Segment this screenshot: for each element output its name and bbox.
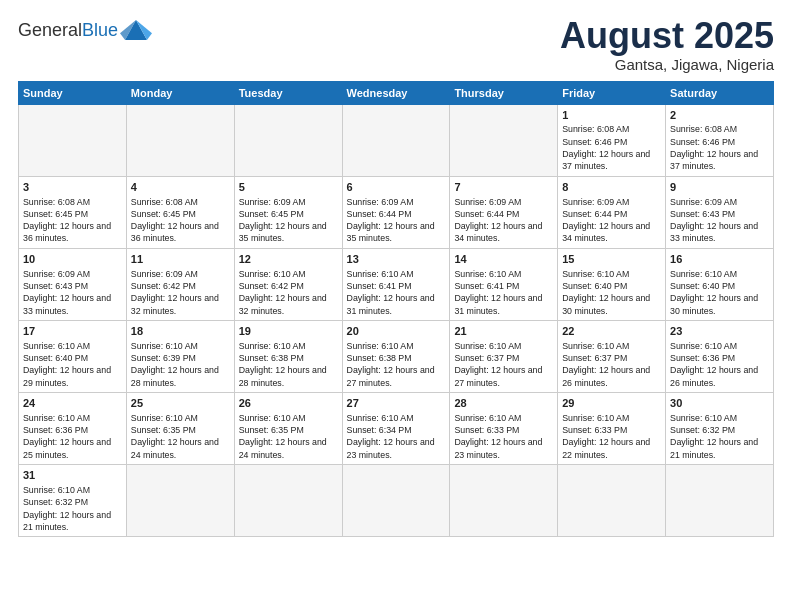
calendar-cell: 14Sunrise: 6:10 AM Sunset: 6:41 PM Dayli… [450,248,558,320]
calendar-cell [234,104,342,176]
day-info: Sunrise: 6:10 AM Sunset: 6:39 PM Dayligh… [131,340,230,389]
weekday-header-row: SundayMondayTuesdayWednesdayThursdayFrid… [19,81,774,104]
day-info: Sunrise: 6:10 AM Sunset: 6:40 PM Dayligh… [562,268,661,317]
calendar-cell: 18Sunrise: 6:10 AM Sunset: 6:39 PM Dayli… [126,320,234,392]
day-info: Sunrise: 6:09 AM Sunset: 6:43 PM Dayligh… [670,196,769,245]
day-number: 29 [562,396,661,411]
day-info: Sunrise: 6:10 AM Sunset: 6:35 PM Dayligh… [239,412,338,461]
weekday-header-tuesday: Tuesday [234,81,342,104]
day-info: Sunrise: 6:10 AM Sunset: 6:42 PM Dayligh… [239,268,338,317]
day-number: 31 [23,468,122,483]
day-number: 26 [239,396,338,411]
calendar-subtitle: Gantsa, Jigawa, Nigeria [560,56,774,73]
calendar-cell: 28Sunrise: 6:10 AM Sunset: 6:33 PM Dayli… [450,392,558,464]
calendar-cell: 16Sunrise: 6:10 AM Sunset: 6:40 PM Dayli… [666,248,774,320]
calendar-cell [450,465,558,537]
day-info: Sunrise: 6:09 AM Sunset: 6:43 PM Dayligh… [23,268,122,317]
calendar-cell [666,465,774,537]
calendar-cell: 21Sunrise: 6:10 AM Sunset: 6:37 PM Dayli… [450,320,558,392]
weekday-header-friday: Friday [558,81,666,104]
day-number: 27 [347,396,446,411]
calendar-cell: 23Sunrise: 6:10 AM Sunset: 6:36 PM Dayli… [666,320,774,392]
day-number: 12 [239,252,338,267]
header: GeneralBlue August 2025 Gantsa, Jigawa, … [18,16,774,73]
day-info: Sunrise: 6:08 AM Sunset: 6:45 PM Dayligh… [23,196,122,245]
day-number: 23 [670,324,769,339]
logo-icon [120,16,152,44]
day-info: Sunrise: 6:10 AM Sunset: 6:32 PM Dayligh… [670,412,769,461]
day-number: 22 [562,324,661,339]
week-row-1: 1Sunrise: 6:08 AM Sunset: 6:46 PM Daylig… [19,104,774,176]
calendar-cell: 4Sunrise: 6:08 AM Sunset: 6:45 PM Daylig… [126,176,234,248]
logo-text: GeneralBlue [18,21,118,39]
calendar-cell: 26Sunrise: 6:10 AM Sunset: 6:35 PM Dayli… [234,392,342,464]
day-number: 15 [562,252,661,267]
weekday-header-wednesday: Wednesday [342,81,450,104]
calendar-cell [234,465,342,537]
calendar-cell: 17Sunrise: 6:10 AM Sunset: 6:40 PM Dayli… [19,320,127,392]
calendar-cell [19,104,127,176]
calendar-cell: 20Sunrise: 6:10 AM Sunset: 6:38 PM Dayli… [342,320,450,392]
day-number: 7 [454,180,553,195]
calendar-cell [126,465,234,537]
day-info: Sunrise: 6:10 AM Sunset: 6:38 PM Dayligh… [239,340,338,389]
day-number: 5 [239,180,338,195]
calendar-cell [342,465,450,537]
day-info: Sunrise: 6:10 AM Sunset: 6:37 PM Dayligh… [454,340,553,389]
logo: GeneralBlue [18,16,152,44]
day-info: Sunrise: 6:10 AM Sunset: 6:40 PM Dayligh… [670,268,769,317]
day-info: Sunrise: 6:10 AM Sunset: 6:37 PM Dayligh… [562,340,661,389]
day-number: 21 [454,324,553,339]
day-info: Sunrise: 6:10 AM Sunset: 6:41 PM Dayligh… [454,268,553,317]
day-number: 24 [23,396,122,411]
calendar-cell: 2Sunrise: 6:08 AM Sunset: 6:46 PM Daylig… [666,104,774,176]
logo-general: General [18,20,82,40]
calendar-title: August 2025 [560,16,774,56]
week-row-6: 31Sunrise: 6:10 AM Sunset: 6:32 PM Dayli… [19,465,774,537]
calendar-cell: 27Sunrise: 6:10 AM Sunset: 6:34 PM Dayli… [342,392,450,464]
day-info: Sunrise: 6:10 AM Sunset: 6:41 PM Dayligh… [347,268,446,317]
calendar-cell: 8Sunrise: 6:09 AM Sunset: 6:44 PM Daylig… [558,176,666,248]
weekday-header-monday: Monday [126,81,234,104]
day-info: Sunrise: 6:08 AM Sunset: 6:45 PM Dayligh… [131,196,230,245]
week-row-3: 10Sunrise: 6:09 AM Sunset: 6:43 PM Dayli… [19,248,774,320]
day-number: 20 [347,324,446,339]
day-number: 25 [131,396,230,411]
calendar-cell: 3Sunrise: 6:08 AM Sunset: 6:45 PM Daylig… [19,176,127,248]
day-number: 28 [454,396,553,411]
calendar-cell: 10Sunrise: 6:09 AM Sunset: 6:43 PM Dayli… [19,248,127,320]
weekday-header-sunday: Sunday [19,81,127,104]
day-number: 14 [454,252,553,267]
day-info: Sunrise: 6:10 AM Sunset: 6:32 PM Dayligh… [23,484,122,533]
week-row-4: 17Sunrise: 6:10 AM Sunset: 6:40 PM Dayli… [19,320,774,392]
day-number: 13 [347,252,446,267]
calendar-cell: 24Sunrise: 6:10 AM Sunset: 6:36 PM Dayli… [19,392,127,464]
day-number: 11 [131,252,230,267]
weekday-header-saturday: Saturday [666,81,774,104]
calendar-cell: 19Sunrise: 6:10 AM Sunset: 6:38 PM Dayli… [234,320,342,392]
calendar-cell: 25Sunrise: 6:10 AM Sunset: 6:35 PM Dayli… [126,392,234,464]
day-number: 18 [131,324,230,339]
calendar-cell [558,465,666,537]
logo-blue: Blue [82,20,118,40]
calendar-cell: 22Sunrise: 6:10 AM Sunset: 6:37 PM Dayli… [558,320,666,392]
day-number: 2 [670,108,769,123]
calendar-cell: 7Sunrise: 6:09 AM Sunset: 6:44 PM Daylig… [450,176,558,248]
calendar-cell: 15Sunrise: 6:10 AM Sunset: 6:40 PM Dayli… [558,248,666,320]
day-info: Sunrise: 6:10 AM Sunset: 6:35 PM Dayligh… [131,412,230,461]
calendar-cell: 31Sunrise: 6:10 AM Sunset: 6:32 PM Dayli… [19,465,127,537]
page: GeneralBlue August 2025 Gantsa, Jigawa, … [0,0,792,612]
calendar-cell: 30Sunrise: 6:10 AM Sunset: 6:32 PM Dayli… [666,392,774,464]
day-number: 6 [347,180,446,195]
day-info: Sunrise: 6:09 AM Sunset: 6:44 PM Dayligh… [562,196,661,245]
day-info: Sunrise: 6:10 AM Sunset: 6:33 PM Dayligh… [562,412,661,461]
calendar-cell [126,104,234,176]
calendar-cell: 5Sunrise: 6:09 AM Sunset: 6:45 PM Daylig… [234,176,342,248]
week-row-2: 3Sunrise: 6:08 AM Sunset: 6:45 PM Daylig… [19,176,774,248]
title-block: August 2025 Gantsa, Jigawa, Nigeria [560,16,774,73]
calendar-cell: 11Sunrise: 6:09 AM Sunset: 6:42 PM Dayli… [126,248,234,320]
week-row-5: 24Sunrise: 6:10 AM Sunset: 6:36 PM Dayli… [19,392,774,464]
day-number: 8 [562,180,661,195]
day-info: Sunrise: 6:09 AM Sunset: 6:45 PM Dayligh… [239,196,338,245]
day-info: Sunrise: 6:10 AM Sunset: 6:34 PM Dayligh… [347,412,446,461]
